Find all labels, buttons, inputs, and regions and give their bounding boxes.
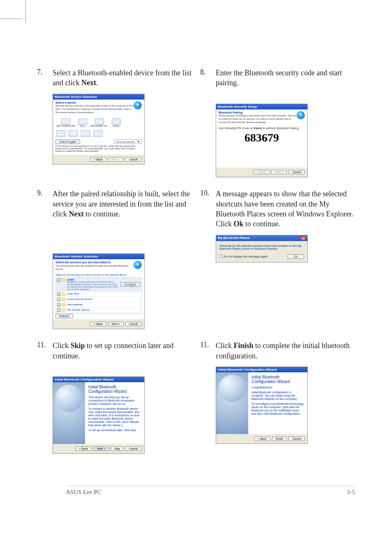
globe-icon [219, 375, 246, 402]
laptop-icon [61, 118, 70, 124]
checkbox-icon[interactable] [57, 298, 60, 301]
back-button[interactable]: < Back [254, 437, 270, 441]
pin-code: 683679 [219, 130, 305, 149]
globe-icon [55, 385, 83, 412]
chevron-down-icon [137, 141, 140, 143]
step-number: 8. [200, 68, 216, 88]
bluetooth-icon [297, 111, 305, 119]
bluetooth-icon [134, 261, 142, 269]
back-button[interactable]: < Back [76, 446, 92, 451]
close-icon[interactable]: × [301, 236, 306, 240]
next-button[interactable]: Next > [108, 322, 124, 326]
service-icon [62, 303, 66, 306]
laptop-icon [78, 118, 87, 124]
ok-button[interactable]: OK [288, 254, 304, 259]
step-text: Select a Bluetooth-enabled device from t… [53, 68, 192, 88]
service-icon [62, 279, 66, 282]
screenshot-service-selection: Bluetooth Service Selection Select the s… [53, 253, 145, 329]
step-number: 9. [37, 189, 53, 219]
laptop-icon [69, 130, 78, 136]
step-text: Click Finish to complete the initial blu… [216, 341, 355, 361]
step-9: 9. After the paired relationship is buil… [37, 189, 192, 219]
wizard-graphic [216, 372, 248, 434]
screenshot-device-selection: Bluetooth Device Selection Select a devi… [53, 94, 145, 165]
device-item[interactable]: Karen [112, 118, 121, 127]
checkbox-icon[interactable] [57, 293, 60, 296]
footer-left: ASUS Eee PC [66, 489, 101, 496]
show-all-dropdown[interactable]: Show all devices [114, 139, 142, 144]
step-number: 7. [37, 68, 53, 88]
dialog-title: Bluetooth Device Selection [53, 94, 144, 100]
search-again-button[interactable]: Search Again [55, 139, 80, 144]
next-button[interactable]: Next > [271, 170, 287, 174]
step-text: Click Skip to set up connection later an… [53, 341, 192, 361]
laptop-icon [95, 118, 104, 124]
finish-button[interactable]: Finish [272, 437, 287, 441]
step-10: 10. A message appears to show that the s… [200, 189, 355, 229]
step-number: 11. [37, 341, 53, 361]
screenshot-message-dialog: My Bluetooth Places× Shortcuts for the s… [216, 235, 308, 262]
screenshot-wizard-finish: Initial Bluetooth Configuration Wizard I… [216, 367, 308, 444]
device-item[interactable]: asus [78, 118, 87, 127]
configure-button[interactable]: Configure [120, 282, 140, 287]
service-item-com[interactable]: COM7 Establish a virtual serial port con… [56, 278, 141, 292]
step-8: 8. Enter the Bluetooth security code and… [200, 68, 355, 88]
back-button[interactable]: < Back [253, 170, 270, 174]
cancel-button[interactable]: Cancel [125, 157, 142, 162]
screenshot-security-setup: Bluetooth Security Setup Bluetooth Pairi… [216, 104, 308, 178]
cancel-button[interactable]: Cancel [125, 322, 142, 326]
step-text: Enter the Bluetooth security code and st… [216, 68, 355, 88]
crop-mark [0, 19, 23, 19]
laptop-icon [93, 130, 102, 136]
service-icon [62, 293, 66, 296]
refresh-button[interactable]: Refresh [55, 314, 73, 318]
step-11-left: 11. Click Skip to set up connection late… [37, 341, 192, 361]
checkbox-icon[interactable] [57, 279, 60, 282]
next-button[interactable]: Next > [108, 157, 124, 162]
device-item[interactable]: BENJAMIN_W... [90, 118, 108, 127]
crop-mark [25, 0, 26, 23]
back-button[interactable]: < Back [90, 322, 106, 326]
step-7: 7. Select a Bluetooth-enabled device fro… [37, 68, 192, 88]
checkbox-icon[interactable] [57, 309, 60, 312]
bluetooth-icon [134, 101, 142, 109]
dialog-title: Initial Bluetooth Configuration Wizard [53, 377, 144, 382]
dialog-title: Initial Bluetooth Configuration Wizard [216, 367, 307, 372]
page-footer: ASUS Eee PC 3-5 [66, 486, 355, 496]
step-number: 10. [200, 189, 216, 229]
step-text: After the paired relationship is built, … [53, 189, 192, 219]
checkbox[interactable] [219, 255, 223, 258]
cancel-button[interactable]: Cancel [288, 170, 305, 174]
laptop-icon [81, 130, 90, 136]
wizard-graphic [53, 382, 85, 444]
service-icon [62, 309, 66, 312]
laptop-icon [56, 130, 65, 136]
checkbox-icon[interactable] [57, 303, 60, 306]
step-11-right: 11. Click Finish to complete the initial… [200, 341, 355, 361]
message-text: Shortcuts for the selected services have… [219, 244, 304, 250]
dialog-title: Bluetooth Service Selection [53, 254, 144, 259]
service-item[interactable]: File Transfer Service [56, 308, 141, 313]
next-button[interactable]: Next > [93, 446, 109, 451]
step-text: A message appears to show that the selec… [216, 189, 355, 229]
cancel-button[interactable]: Cancel [288, 437, 305, 441]
dialog-title: Bluetooth Security Setup [216, 104, 307, 109]
service-item[interactable]: Audio Sink [56, 292, 141, 297]
screenshot-wizard-skip: Initial Bluetooth Configuration Wizard I… [53, 376, 145, 454]
cancel-button[interactable]: Cancel [125, 446, 142, 451]
laptop-icon [112, 118, 121, 124]
skip-button[interactable]: Skip [111, 446, 124, 451]
service-icon [62, 298, 66, 301]
step-number: 11. [200, 341, 216, 361]
dialog-title: My Bluetooth Places [218, 236, 250, 240]
pin-instruction: Use following PIN Code on Karen to perfo… [219, 127, 305, 130]
page-number: 3-5 [347, 489, 355, 496]
service-item[interactable]: Voice gateway [56, 302, 141, 308]
back-button[interactable]: < Back [90, 157, 106, 162]
device-item[interactable]: AIR_HUANG-NB [56, 118, 75, 127]
manual-page: 7. Select a Bluetooth-enabled device fro… [0, 0, 392, 541]
service-item[interactable]: Group Network Service [56, 297, 141, 302]
